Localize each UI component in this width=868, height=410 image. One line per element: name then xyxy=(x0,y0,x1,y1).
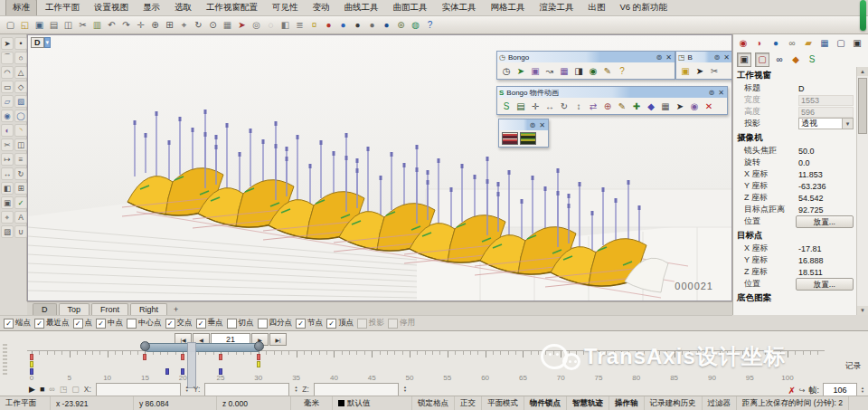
keyframe-marker[interactable] xyxy=(219,354,222,360)
offset-tool-icon[interactable]: ≡ xyxy=(14,153,27,166)
osnap-checkbox[interactable]: 端点 xyxy=(4,318,31,329)
panel-grip[interactable] xyxy=(3,344,7,375)
projection-select[interactable]: 透视 ▾ xyxy=(798,118,854,129)
anim-list-icon[interactable]: ▤ xyxy=(514,100,527,112)
osnap-checkbox[interactable]: 顶点 xyxy=(326,318,354,329)
bongo-curve-icon[interactable]: ↝ xyxy=(543,64,556,77)
display-tab-icon[interactable]: ◉ xyxy=(737,37,750,50)
hatch-tool-icon[interactable]: ▨ xyxy=(1,225,14,238)
statusbar-toggle[interactable]: 记录建构历史 xyxy=(645,396,703,410)
image-tab-icon[interactable]: ▦ xyxy=(818,37,831,50)
curve-tool-icon[interactable]: ⌒ xyxy=(1,52,14,64)
zoom-window-icon[interactable]: ⊞ xyxy=(163,18,176,32)
xray-icon[interactable]: ● xyxy=(380,18,393,32)
checkbox-icon[interactable] xyxy=(196,319,206,329)
statusbar-toggle[interactable]: 平面模式 xyxy=(482,396,524,410)
mini-select-icon[interactable]: ➤ xyxy=(693,64,706,77)
scroll-down-icon[interactable]: ▼ xyxy=(857,306,868,315)
shaded-icon[interactable]: ● xyxy=(351,18,364,32)
statusbar-toggle[interactable]: 过滤器 xyxy=(703,396,738,410)
split-tool-icon[interactable]: ◫ xyxy=(14,138,27,151)
group-tool-icon[interactable]: ▣ xyxy=(1,196,14,209)
anim-grid-icon[interactable]: ▦ xyxy=(659,100,672,112)
close-icon[interactable]: ✕ xyxy=(665,53,673,62)
osnap-checkbox[interactable]: 中心点 xyxy=(127,318,162,329)
keyframe-color-red-icon[interactable] xyxy=(502,132,518,145)
viewport-props-tab-icon[interactable]: ▣ xyxy=(737,52,751,67)
play-button[interactable]: ▶ xyxy=(29,385,35,394)
menu-tab[interactable]: 实体工具 xyxy=(436,0,483,15)
menu-tab[interactable]: 变动 xyxy=(307,0,336,15)
stop-button[interactable]: ■ xyxy=(40,385,44,394)
rotate-view-icon[interactable]: ↻ xyxy=(192,18,205,32)
select-tool-icon[interactable]: ➤ xyxy=(1,37,14,50)
cplane-button[interactable]: 工作平面 xyxy=(0,396,51,410)
menu-tab[interactable]: 可见性 xyxy=(266,0,305,15)
statusbar-toggle[interactable]: 物件锁点 xyxy=(524,396,567,410)
copy-icon[interactable]: ◫ xyxy=(61,18,75,32)
menu-tab[interactable]: 工作视窗配置 xyxy=(200,0,264,15)
fillet-tool-icon[interactable]: ◝ xyxy=(14,124,27,137)
osnap-checkbox[interactable]: 中点 xyxy=(96,318,123,329)
checkbox-icon[interactable] xyxy=(227,319,237,329)
print-icon[interactable]: ▤ xyxy=(47,18,61,32)
z-coordinate-input[interactable] xyxy=(314,383,399,396)
last-frame-button[interactable]: ▶| xyxy=(269,333,287,346)
viewport-tab[interactable]: Top xyxy=(59,303,90,315)
binocular-tab-icon[interactable]: ∞ xyxy=(773,53,786,66)
photo-camera-tab-icon[interactable]: ▣ xyxy=(851,37,863,50)
spinner-icon[interactable]: ▲▼ xyxy=(861,386,864,394)
menu-tab[interactable]: 标准 xyxy=(5,0,37,15)
gear-icon[interactable]: ⊚ xyxy=(656,53,663,62)
timeline-range-bar[interactable] xyxy=(145,343,259,352)
perspective-viewport[interactable]: D ▾ 000021 ◷ Bongo ⊚ ✕ ◷➤▣↝▦◨◉✎? ◳ B ⊚ ✕ xyxy=(27,34,732,301)
visibility-icon[interactable]: ◎ xyxy=(250,18,263,32)
menu-tab[interactable]: 选取 xyxy=(168,0,198,15)
measure-tool-icon[interactable]: ⌖ xyxy=(1,211,14,224)
animal-tab-icon[interactable]: ◆ xyxy=(789,53,802,66)
current-layer-button[interactable]: 默认值 xyxy=(333,396,412,410)
grid-icon[interactable]: ▦ xyxy=(221,18,234,32)
keyframe-marker[interactable] xyxy=(181,354,184,360)
checkbox-icon[interactable] xyxy=(34,319,44,329)
chevron-down-icon[interactable]: ▾ xyxy=(842,119,853,129)
bongo-help-icon[interactable]: ? xyxy=(616,64,628,77)
statusbar-toggle[interactable]: 智慧轨迹 xyxy=(567,396,609,410)
material-tab-icon[interactable]: ◗ xyxy=(753,37,766,50)
record-label[interactable]: 记录 xyxy=(845,361,861,372)
checkbox-icon[interactable] xyxy=(165,319,175,329)
monitor-tab-icon[interactable]: ▢ xyxy=(835,37,847,50)
viewport-tab[interactable]: D xyxy=(33,303,57,315)
viewport-title-value[interactable]: D xyxy=(798,84,854,93)
delete-keyframe-icon[interactable]: ✗ xyxy=(788,386,795,396)
keyframe-marker[interactable] xyxy=(257,361,260,367)
lock-icon[interactable]: ◧ xyxy=(278,18,292,32)
ghosted-icon[interactable]: ● xyxy=(365,18,379,32)
statusbar-toggle[interactable]: 锁定格点 xyxy=(412,396,455,410)
viewport-tab[interactable]: Front xyxy=(91,303,128,315)
keyframe-marker[interactable] xyxy=(165,368,169,375)
spinner-icon[interactable]: ▲▼ xyxy=(403,386,407,393)
array-tool-icon[interactable]: ⊞ xyxy=(14,182,27,195)
anim-swap-icon[interactable]: ⇄ xyxy=(587,100,599,112)
timeline-cursor[interactable] xyxy=(187,342,196,388)
pan-icon[interactable]: ✛ xyxy=(134,18,147,32)
anim-elevate-icon[interactable]: ↕ xyxy=(572,100,585,112)
extend-tool-icon[interactable]: ↦ xyxy=(1,153,14,166)
osnap-checkbox[interactable]: 垂点 xyxy=(196,318,223,329)
checkbox-icon[interactable] xyxy=(296,319,306,329)
osnap-checkbox[interactable]: 切点 xyxy=(227,318,254,329)
scale-tool-icon[interactable]: ↔ xyxy=(1,167,14,180)
box-tool-icon[interactable]: ▧ xyxy=(14,95,27,108)
checkbox-icon[interactable] xyxy=(258,319,268,329)
sphere-tab-icon[interactable]: ● xyxy=(769,37,782,50)
anim-move-icon[interactable]: ✛ xyxy=(529,100,542,112)
tag-icon[interactable]: ◳ xyxy=(60,385,68,394)
link-tab-icon[interactable]: ∞ xyxy=(786,37,798,50)
osnap-checkbox[interactable]: 节点 xyxy=(296,318,323,329)
viewport-title-button[interactable]: D ▾ xyxy=(31,37,51,48)
keyframe-color-green-icon[interactable] xyxy=(520,132,536,145)
menu-tab[interactable]: 网格工具 xyxy=(485,0,532,15)
redo-icon[interactable]: ↷ xyxy=(119,18,133,32)
surface-tool-icon[interactable]: ▱ xyxy=(1,95,14,108)
